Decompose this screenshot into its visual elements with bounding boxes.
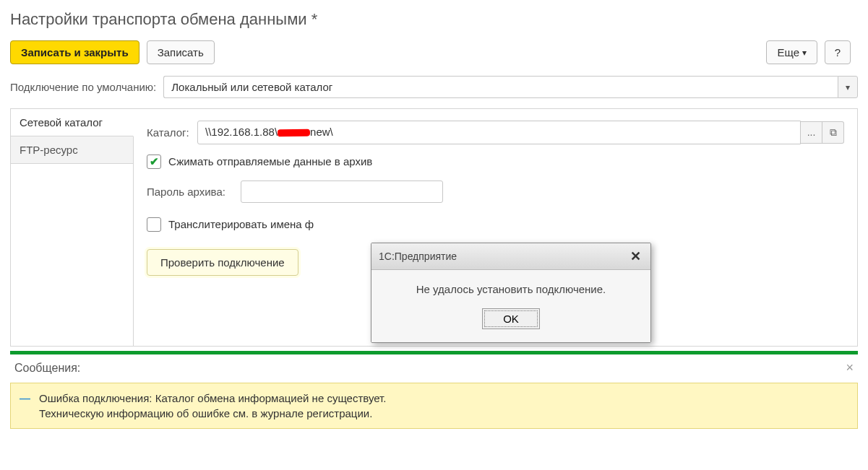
catalog-row: Каталог: \\192.168.1.88\xxxxxxnew\ ... ⧉ <box>147 121 844 144</box>
messages-close-button[interactable]: × <box>846 360 854 375</box>
browse-button[interactable]: ... <box>801 121 822 144</box>
chevron-down-icon: ▾ <box>802 48 807 58</box>
copy-icon: ⧉ <box>830 126 837 139</box>
check-connection-button[interactable]: Проверить подключение <box>147 249 298 276</box>
more-button-label: Еще <box>777 46 799 58</box>
dialog-title: 1С:Предприятие <box>379 251 457 262</box>
message-line-1: Ошибка подключения: Каталог обмена инфор… <box>39 392 386 404</box>
tabs: Сетевой каталог FTP-ресурс <box>11 109 134 346</box>
more-button[interactable]: Еще ▾ <box>766 40 817 64</box>
messages-title: Сообщения: <box>14 362 80 375</box>
redacted-segment: xxxxxx <box>278 127 310 139</box>
compress-label: Сжимать отправляемые данные в архив <box>168 155 372 167</box>
default-connection-row: Подключение по умолчанию: Локальный или … <box>10 76 858 98</box>
default-connection-select[interactable]: Локальный или сетевой каталог ▾ <box>163 76 858 98</box>
save-close-button[interactable]: Записать и закрыть <box>10 40 139 64</box>
dialog-body: Не удалось установить подключение. OK <box>371 270 650 342</box>
transliterate-row: Транслитерировать имена ф <box>147 217 844 232</box>
tab-network-catalog[interactable]: Сетевой каталог <box>11 109 134 136</box>
catalog-label: Каталог: <box>147 126 197 139</box>
dropdown-button[interactable]: ▾ <box>838 76 858 98</box>
page-title: Настройки транспорта обмена данными * <box>10 10 858 29</box>
transliterate-label: Транслитерировать имена ф <box>168 218 314 230</box>
message-box: — Ошибка подключения: Каталог обмена инф… <box>10 383 858 429</box>
tab-ftp-resource[interactable]: FTP-ресурс <box>11 136 133 164</box>
error-dialog: 1С:Предприятие ✕ Не удалось установить п… <box>371 243 651 343</box>
archive-password-row: Пароль архива: <box>147 180 844 203</box>
help-button[interactable]: ? <box>825 40 851 64</box>
toolbar: Записать и закрыть Записать Еще ▾ ? <box>10 40 858 64</box>
message-text: Ошибка подключения: Каталог обмена инфор… <box>39 391 386 421</box>
chevron-down-icon: ▾ <box>846 82 850 92</box>
messages-header: Сообщения: × <box>10 354 858 378</box>
dialog-ok-button[interactable]: OK <box>482 308 540 329</box>
compress-row: Сжимать отправляемые данные в архив <box>147 155 844 169</box>
archive-password-input[interactable] <box>241 180 443 203</box>
copy-button[interactable]: ⧉ <box>822 121 844 144</box>
transliterate-checkbox[interactable] <box>147 217 161 232</box>
save-button[interactable]: Записать <box>147 40 215 64</box>
catalog-value-prefix: \\192.168.1.88\ <box>205 126 278 138</box>
message-line-2: Техническую информацию об ошибке см. в ж… <box>39 407 372 419</box>
compress-checkbox[interactable] <box>147 155 161 169</box>
minus-icon: — <box>20 392 30 404</box>
catalog-input[interactable]: \\192.168.1.88\xxxxxxnew\ <box>197 121 801 144</box>
dialog-close-button[interactable]: ✕ <box>627 248 643 264</box>
catalog-value-suffix: new\ <box>310 126 333 138</box>
default-connection-value: Локальный или сетевой каталог <box>163 76 838 98</box>
archive-password-label: Пароль архива: <box>147 186 241 198</box>
default-connection-label: Подключение по умолчанию: <box>10 81 156 93</box>
dialog-titlebar[interactable]: 1С:Предприятие ✕ <box>371 243 650 270</box>
dialog-message: Не удалось установить подключение. <box>380 283 642 295</box>
